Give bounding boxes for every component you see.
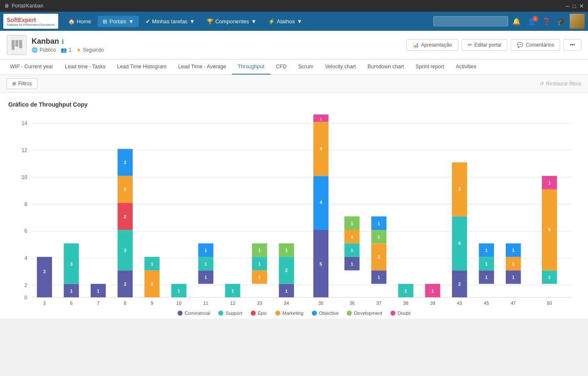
tab-velocity[interactable]: Velocity chart xyxy=(319,60,361,75)
tab-throughput[interactable]: Throughput xyxy=(232,60,270,75)
dropdown-icon4: ▼ xyxy=(297,18,302,25)
svg-text:10: 10 xyxy=(22,174,27,180)
refresh-icon: ↺ xyxy=(540,81,544,87)
svg-text:1: 1 xyxy=(258,248,261,253)
following-meta[interactable]: ★ Seguindo xyxy=(77,47,104,53)
legend-objective-dot xyxy=(312,311,317,316)
chart-container: Gráfico de Throughput Copy 14 12 10 8 6 … xyxy=(0,93,588,319)
svg-text:3: 3 xyxy=(43,301,46,306)
svg-text:1: 1 xyxy=(178,288,180,293)
tab-activities[interactable]: Activities xyxy=(450,60,482,75)
tab-leadtime-average[interactable]: Lead Time - Average xyxy=(173,60,232,75)
minimize-button[interactable]: ─ xyxy=(566,3,569,9)
tabs-bar: WIP - Current year Lead time - Tasks Lea… xyxy=(0,60,588,75)
svg-text:9: 9 xyxy=(151,301,153,306)
people-icon: 👥 xyxy=(61,47,67,53)
legend-commercial: Commercial xyxy=(178,311,210,316)
svg-rect-2 xyxy=(19,40,22,48)
svg-text:45: 45 xyxy=(484,301,489,306)
tab-leadtime-histogram[interactable]: Lead Time Histogram xyxy=(111,60,173,75)
notification-badge: 1 xyxy=(532,16,538,22)
svg-text:12: 12 xyxy=(22,147,27,153)
present-icon: 📊 xyxy=(413,42,419,48)
svg-text:3: 3 xyxy=(70,261,72,266)
more-button[interactable]: ••• xyxy=(563,39,581,51)
title-bar: 🖥 Portal/Kanban ─ □ ✕ xyxy=(0,0,588,12)
chart-title: Gráfico de Throughput Copy xyxy=(8,101,580,108)
home-button[interactable]: 🏠 Home xyxy=(63,16,96,27)
svg-rect-1 xyxy=(15,40,18,47)
filtros-button[interactable]: ⊕ Filtros xyxy=(7,78,37,89)
svg-text:14: 14 xyxy=(22,120,27,126)
legend-doubt-label: Doubt xyxy=(398,311,410,316)
restaurar-filtros-button[interactable]: ↺ Restaurar filtros xyxy=(540,81,581,87)
svg-text:2: 2 xyxy=(25,282,27,288)
svg-text:1: 1 xyxy=(231,288,234,293)
portais-button[interactable]: ⊞ Portais ▼ xyxy=(98,16,138,27)
svg-text:2: 2 xyxy=(378,254,380,259)
tab-leadtime-tasks[interactable]: Lead time - Tasks xyxy=(59,60,111,75)
svg-text:1: 1 xyxy=(258,275,261,280)
page-header: Kanban ℹ 🌐 Público 👥 1 ★ Seguindo xyxy=(0,31,588,60)
svg-text:1: 1 xyxy=(431,288,434,293)
svg-text:43: 43 xyxy=(457,301,462,306)
graduation-button[interactable]: 🎓 xyxy=(555,16,568,27)
svg-text:2: 2 xyxy=(458,281,461,286)
svg-text:36: 36 xyxy=(349,301,354,306)
svg-text:38: 38 xyxy=(403,301,408,306)
tab-wip[interactable]: WIP - Current year xyxy=(4,60,59,75)
svg-text:8: 8 xyxy=(25,201,27,207)
legend-support-label: Support xyxy=(225,311,242,316)
dropdown-icon3: ▼ xyxy=(251,18,257,25)
comentarios-button[interactable]: 💬 Comentários xyxy=(511,39,560,51)
close-button[interactable]: ✕ xyxy=(579,3,584,9)
svg-text:2: 2 xyxy=(124,160,126,165)
svg-text:1: 1 xyxy=(548,275,551,280)
atalhos-button[interactable]: ⚡ Atalhos ▼ xyxy=(263,16,307,27)
svg-text:1: 1 xyxy=(378,221,380,226)
bell-button[interactable]: 🔔 xyxy=(510,16,523,27)
svg-text:12: 12 xyxy=(230,301,235,306)
legend-development-dot xyxy=(347,311,352,316)
chart-svg: 14 12 10 8 6 4 2 0 3 3 1 3 6 1 7 xyxy=(8,115,580,306)
tab-scrum[interactable]: Scrum xyxy=(292,60,319,75)
svg-text:2: 2 xyxy=(285,268,288,273)
svg-text:1: 1 xyxy=(485,248,488,253)
user-help-button[interactable]: 👤1 xyxy=(525,16,538,27)
legend-doubt-dot xyxy=(390,311,395,316)
header-actions: 📊 Apresentação ✏ Editar portal 💬 Comentá… xyxy=(406,39,581,51)
editar-portal-button[interactable]: ✏ Editar portal xyxy=(462,39,508,51)
svg-text:34: 34 xyxy=(284,301,289,306)
maximize-button[interactable]: □ xyxy=(573,3,576,9)
help-button[interactable]: ❓ xyxy=(540,16,553,27)
lightning-icon: ⚡ xyxy=(268,18,275,25)
svg-text:1: 1 xyxy=(205,248,207,253)
legend-doubt: Doubt xyxy=(390,311,410,316)
svg-text:2: 2 xyxy=(124,214,126,219)
svg-text:1: 1 xyxy=(351,248,353,253)
svg-text:1: 1 xyxy=(512,248,514,253)
logo-sub: Software for Performance Excellence xyxy=(7,23,55,26)
tab-sprint[interactable]: Sprint report xyxy=(410,60,450,75)
svg-text:7: 7 xyxy=(97,301,99,306)
minhas-tarefas-button[interactable]: ✔ Minhas tarefas ▼ xyxy=(141,16,200,27)
public-meta: 🌐 Público xyxy=(32,47,56,53)
svg-text:1: 1 xyxy=(512,275,514,280)
legend-development: Development xyxy=(347,311,382,316)
legend-marketing-dot xyxy=(275,311,280,316)
svg-text:2: 2 xyxy=(124,187,126,192)
legend-commercial-label: Commercial xyxy=(185,311,210,316)
search-input[interactable] xyxy=(433,16,508,26)
tab-cfd[interactable]: CFD xyxy=(270,60,293,75)
avatar[interactable] xyxy=(570,14,585,29)
svg-text:1: 1 xyxy=(405,288,407,293)
legend-epic-dot xyxy=(251,311,256,316)
svg-text:37: 37 xyxy=(376,301,381,306)
info-icon[interactable]: ℹ xyxy=(62,38,64,45)
componentes-button[interactable]: 🏆 Componentes ▼ xyxy=(202,16,262,27)
svg-text:1: 1 xyxy=(485,275,488,280)
svg-text:3: 3 xyxy=(43,269,46,274)
logo-text: SoftExpert xyxy=(7,17,36,23)
apresentacao-button[interactable]: 📊 Apresentação xyxy=(406,39,458,51)
tab-burndown[interactable]: Burndown chart xyxy=(362,60,410,75)
